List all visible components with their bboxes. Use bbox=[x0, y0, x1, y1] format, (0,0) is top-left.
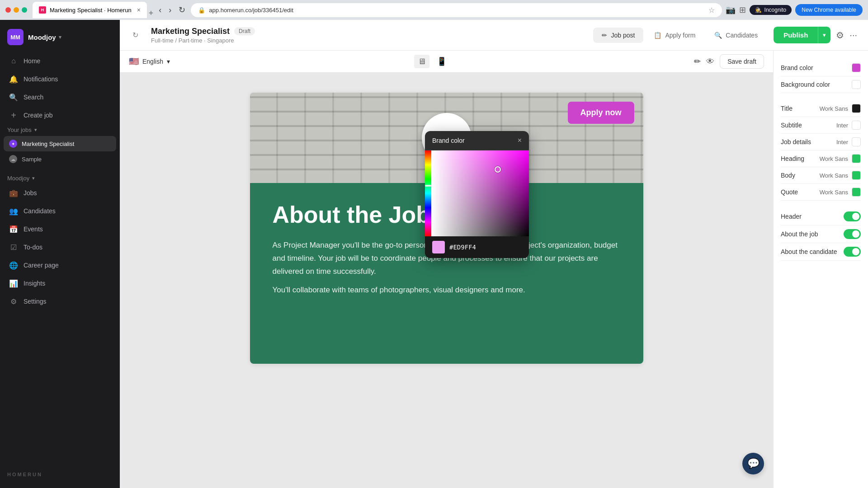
window-min-btn[interactable] bbox=[14, 7, 19, 13]
about-candidate-toggle[interactable] bbox=[844, 247, 861, 257]
hex-input[interactable] bbox=[449, 244, 522, 251]
reload-btn[interactable]: ↻ bbox=[177, 3, 187, 17]
sidebar-job-sample[interactable]: ☁ Sample bbox=[4, 151, 116, 167]
sidebar-item-home[interactable]: ⌂ Home bbox=[4, 52, 116, 70]
more-options-button[interactable]: ··· bbox=[849, 30, 857, 40]
save-draft-btn[interactable]: Save draft bbox=[720, 54, 764, 69]
sidebar-item-search[interactable]: 🔍 Search bbox=[4, 89, 116, 106]
header-label: Header bbox=[781, 213, 802, 220]
sidebar-item-label: Career page bbox=[24, 262, 59, 269]
your-jobs-section: Your jobs ▾ bbox=[0, 124, 120, 136]
apply-now-button[interactable]: Apply now bbox=[568, 102, 634, 124]
saturation-gradient[interactable] bbox=[431, 150, 529, 236]
desktop-device-btn[interactable]: 🖥 bbox=[414, 55, 429, 68]
sidebar-item-jobs[interactable]: 💼 Jobs bbox=[4, 184, 116, 202]
color-picker-popup[interactable]: Brand color × bbox=[425, 131, 529, 258]
about-candidate-toggle-row: About the candidate bbox=[781, 243, 861, 261]
sidebar-item-label: Search bbox=[24, 94, 43, 101]
body-font-row: Body Work Sans bbox=[781, 167, 861, 184]
job-details-font-row: Job details Inter bbox=[781, 134, 861, 150]
publish-btn-group: Publish ▾ bbox=[774, 27, 830, 43]
avatar: MM bbox=[7, 29, 24, 45]
title-font: Work Sans bbox=[820, 105, 848, 112]
picker-close-btn[interactable]: × bbox=[518, 136, 522, 145]
sidebar-item-events[interactable]: 📅 Events bbox=[4, 221, 116, 238]
body-color-swatch[interactable] bbox=[852, 171, 861, 180]
window-close-btn[interactable] bbox=[5, 7, 11, 13]
sidebar-item-notifications[interactable]: 🔔 Notifications bbox=[4, 70, 116, 88]
publish-dropdown-btn[interactable]: ▾ bbox=[818, 27, 830, 43]
tab-candidates[interactable]: 🔍 Candidates bbox=[706, 28, 766, 43]
window-max-btn[interactable] bbox=[22, 7, 27, 13]
edit-mode-btn[interactable]: ✏ bbox=[694, 56, 701, 66]
canvas-area: 🇺🇸 English ▾ 🖥 📱 ✏ 👁 Save draft bbox=[120, 51, 773, 488]
sidebar-item-create-job[interactable]: + Create job bbox=[4, 107, 116, 124]
tab-label: Candidates bbox=[726, 32, 758, 39]
heading-color-swatch[interactable] bbox=[852, 154, 861, 163]
brand-color-swatch[interactable] bbox=[852, 63, 861, 72]
bookmark-icon[interactable]: ☆ bbox=[708, 6, 715, 14]
canvas-toolbar: 🇺🇸 English ▾ 🖥 📱 ✏ 👁 Save draft bbox=[120, 51, 773, 73]
quote-font-row: Quote Work Sans bbox=[781, 184, 861, 201]
tab-apply-form[interactable]: 📋 Apply form bbox=[645, 28, 704, 43]
briefcase-icon: 💼 bbox=[9, 188, 18, 197]
background-color-swatch[interactable] bbox=[852, 80, 861, 89]
candidates-icon: 👥 bbox=[9, 206, 18, 216]
mobile-device-btn[interactable]: 📱 bbox=[433, 55, 450, 68]
subtitle-color-swatch[interactable] bbox=[852, 121, 861, 130]
new-tab-btn[interactable]: + bbox=[149, 9, 154, 18]
about-job-toggle[interactable] bbox=[844, 229, 861, 239]
org-section: Moodjoy ▾ bbox=[0, 172, 120, 184]
job-details-color-swatch[interactable] bbox=[852, 137, 861, 146]
todos-icon: ☑ bbox=[9, 243, 18, 252]
picker-gradient-area[interactable] bbox=[425, 150, 529, 236]
tab-close-btn[interactable]: × bbox=[137, 6, 141, 14]
publish-button[interactable]: Publish bbox=[774, 27, 818, 43]
tab-label: Marketing Specialist · Homerun bbox=[50, 7, 132, 14]
back-btn[interactable]: ‹ bbox=[157, 4, 163, 17]
hue-cursor bbox=[425, 185, 431, 187]
sidebar-item-todos[interactable]: ☑ To-dos bbox=[4, 239, 116, 256]
sidebar-item-settings[interactable]: ⚙ Settings bbox=[4, 293, 116, 310]
active-tab[interactable]: H Marketing Specialist · Homerun × bbox=[33, 2, 147, 18]
bell-icon: 🔔 bbox=[9, 75, 18, 84]
job-name: Marketing Specialist bbox=[151, 27, 230, 36]
hue-slider[interactable] bbox=[425, 150, 431, 236]
canvas-actions: ✏ 👁 Save draft bbox=[694, 54, 764, 69]
grid-icon[interactable]: ⊞ bbox=[739, 5, 746, 15]
title-label: Title bbox=[781, 105, 793, 112]
preview-btn[interactable]: 👁 bbox=[706, 57, 714, 66]
sidebar-item-label: Home bbox=[24, 57, 40, 65]
settings-button[interactable]: ⚙ bbox=[836, 30, 844, 41]
brand-color-label: Brand color bbox=[781, 64, 813, 71]
subtitle-label: Subtitle bbox=[781, 122, 802, 129]
search-icon: 🔍 bbox=[9, 93, 18, 102]
sidebar-item-career-page[interactable]: 🌐 Career page bbox=[4, 257, 116, 274]
new-chrome-btn[interactable]: New Chrome available bbox=[795, 4, 863, 16]
refresh-btn[interactable]: ↻ bbox=[131, 29, 140, 41]
language-selector[interactable]: 🇺🇸 English ▾ bbox=[129, 56, 170, 66]
title-font-row: Title Work Sans bbox=[781, 100, 861, 117]
spacer bbox=[781, 201, 861, 208]
chat-bubble[interactable]: 💬 bbox=[742, 453, 764, 474]
draft-badge: Draft bbox=[234, 27, 255, 35]
sidebar-item-candidates[interactable]: 👥 Candidates bbox=[4, 202, 116, 220]
quote-color-swatch[interactable] bbox=[852, 188, 861, 197]
forward-btn[interactable]: › bbox=[167, 4, 173, 17]
sidebar-item-insights[interactable]: 📊 Insights bbox=[4, 275, 116, 292]
incognito-btn[interactable]: 🕵️ Incognito bbox=[750, 5, 792, 15]
sidebar-job-marketing-specialist[interactable]: ✦ Marketing Specialist bbox=[4, 136, 116, 151]
insights-icon: 📊 bbox=[9, 279, 18, 288]
address-bar[interactable]: 🔒 app.homerun.co/job/336451/edit ☆ bbox=[191, 3, 722, 17]
plus-icon: + bbox=[9, 111, 18, 120]
settings-icon: ⚙ bbox=[9, 297, 18, 306]
heading-label: Heading bbox=[781, 155, 804, 162]
job-details-label: Job details bbox=[781, 138, 811, 145]
tab-job-post[interactable]: ✏ Job post bbox=[593, 28, 643, 43]
subtitle-font-row: Subtitle Inter bbox=[781, 117, 861, 134]
org-name[interactable]: Moodjoy ▾ bbox=[28, 33, 61, 41]
title-color-swatch[interactable] bbox=[852, 104, 861, 113]
header-toggle[interactable] bbox=[844, 211, 861, 221]
tab-label: Apply form bbox=[665, 32, 695, 39]
sidebar-item-label: Insights bbox=[24, 280, 45, 287]
